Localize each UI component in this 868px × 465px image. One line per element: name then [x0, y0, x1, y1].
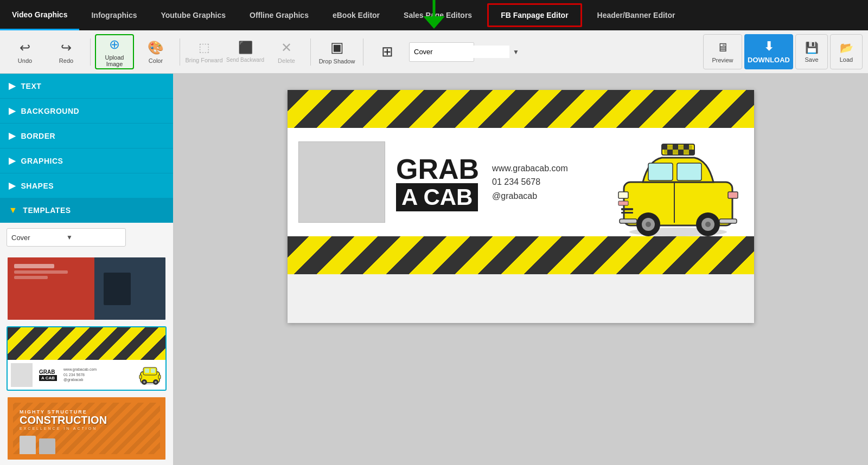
toolbar-separator-1 — [90, 38, 91, 66]
nav-item-ebook-editor[interactable]: eBook Editor — [321, 0, 392, 30]
sidebar-item-shapes[interactable]: ▶ SHAPES — [0, 173, 173, 198]
preview-button[interactable]: 🖥 Preview — [703, 34, 742, 69]
upload-image-button[interactable]: ⊕ Upload Image — [95, 34, 134, 69]
nav-item-offline-graphics[interactable]: Offline Graphics — [238, 0, 321, 30]
load-icon: 📂 — [840, 41, 853, 54]
svg-rect-27 — [618, 201, 628, 205]
a-cab-subtitle: A CAB — [396, 183, 478, 211]
send-backward-button[interactable]: ⬛ Send Backward — [226, 34, 265, 69]
canvas-wrapper: GRAB A CAB www.grabacab.com 01 234 5678 … — [288, 90, 754, 323]
sidebar-arrow-text: ▶ — [9, 81, 16, 91]
layer-button[interactable]: ⊞ — [368, 34, 407, 69]
nav-item-infographics[interactable]: Infographics — [79, 0, 149, 30]
color-icon: 🎨 — [148, 40, 164, 55]
undo-icon: ↩ — [20, 40, 30, 55]
redo-icon: ↪ — [61, 40, 72, 55]
canvas-area: GRAB A CAB www.grabacab.com 01 234 5678 … — [174, 74, 868, 465]
sidebar-item-graphics[interactable]: ▶ GRAPHICS — [0, 148, 173, 173]
contact-info: www.grabacab.com 01 234 5678 @grabacab — [492, 162, 568, 203]
list-item[interactable]: GRAB A CAB www.grabacab.com01 234 5678@g… — [7, 326, 167, 391]
drop-shadow-icon: ▣ — [330, 39, 344, 56]
phone: 01 234 5678 — [492, 175, 568, 189]
cover-input-wrapper: ▼ — [409, 42, 474, 62]
sidebar-arrow-graphics: ▶ — [9, 156, 16, 166]
toolbar-right-group: 🖥 Preview ⬇ DOWNLOAD 💾 Save 📂 Load — [703, 34, 863, 69]
nav-item-fb-fanpage[interactable]: FB Fanpage Editor — [487, 3, 582, 27]
svg-rect-11 — [139, 375, 142, 379]
save-button[interactable]: 💾 Save — [795, 34, 828, 69]
drop-shadow-button[interactable]: ▣ Drop Shadow — [315, 34, 359, 69]
bottom-hazard-stripe — [288, 236, 754, 274]
sidebar-arrow-border: ▶ — [9, 131, 16, 141]
svg-rect-32 — [719, 219, 737, 223]
nav-item-video-graphics[interactable]: Video Graphics — [0, 0, 79, 30]
svg-rect-31 — [620, 219, 637, 223]
delete-icon: ✕ — [281, 40, 292, 55]
undo-button[interactable]: ↩ Undo — [5, 34, 44, 69]
svg-rect-34 — [673, 144, 678, 150]
sidebar: ▶ TEXT ▶ BACKGROUND ▶ BORDER ▶ GRAPHICS … — [0, 74, 174, 465]
send-backward-icon: ⬛ — [238, 41, 253, 55]
svg-rect-33 — [662, 144, 667, 150]
top-hazard-stripe — [288, 90, 754, 128]
handle: @grabacab — [492, 189, 568, 203]
delete-button[interactable]: ✕ Delete — [267, 34, 306, 69]
bring-forward-icon: ⬚ — [199, 41, 210, 55]
svg-rect-18 — [677, 163, 701, 180]
nav-item-header-banner[interactable]: Header/Banner Editor — [585, 0, 687, 30]
toolbar-separator-3 — [310, 38, 311, 66]
taxi-car — [613, 139, 743, 236]
svg-rect-38 — [689, 150, 694, 155]
top-nav: Video Graphics Infographics Youtube Grap… — [0, 0, 868, 30]
nav-item-youtube-graphics[interactable]: Youtube Graphics — [149, 0, 238, 30]
toolbar-separator-2 — [180, 38, 180, 66]
redo-button[interactable]: ↪ Redo — [47, 34, 86, 69]
sidebar-arrow-shapes: ▶ — [9, 180, 16, 191]
sidebar-arrow-templates: ▼ — [9, 205, 17, 215]
svg-rect-36 — [667, 150, 673, 155]
sidebar-arrow-background: ▶ — [9, 106, 16, 116]
svg-rect-5 — [145, 369, 149, 373]
svg-rect-30 — [728, 192, 738, 198]
template-dropdown-section: Cover ▼ — [0, 223, 173, 252]
list-item[interactable]: MIGHTY STRUCTURE CONSTRUCTION EXCELLENCE… — [7, 396, 167, 461]
cover-middle-section: GRAB A CAB www.grabacab.com 01 234 5678 … — [288, 128, 754, 236]
bring-forward-button[interactable]: ⬚ Bring Forward — [184, 34, 224, 69]
toolbar-separator-4 — [363, 38, 363, 66]
load-button[interactable]: 📂 Load — [830, 34, 863, 69]
template-dropdown[interactable]: Cover ▼ — [7, 228, 126, 247]
fb-cover-canvas: GRAB A CAB www.grabacab.com 01 234 5678 … — [288, 90, 754, 323]
website: www.grabacab.com — [492, 162, 568, 176]
svg-point-22 — [646, 222, 651, 227]
save-icon: 💾 — [805, 41, 819, 54]
sidebar-item-text[interactable]: ▶ TEXT — [0, 74, 173, 99]
svg-rect-6 — [151, 369, 155, 373]
svg-rect-26 — [618, 192, 628, 198]
upload-icon: ⊕ — [109, 37, 120, 52]
color-button[interactable]: 🎨 Color — [136, 34, 175, 69]
svg-rect-28 — [621, 208, 633, 210]
svg-point-25 — [705, 222, 711, 227]
preview-icon: 🖥 — [717, 41, 729, 55]
main-area: ▶ TEXT ▶ BACKGROUND ▶ BORDER ▶ GRAPHICS … — [0, 74, 868, 465]
svg-point-10 — [155, 381, 157, 383]
grab-a-cab-branding: GRAB A CAB — [396, 153, 479, 211]
svg-rect-35 — [684, 144, 689, 150]
svg-rect-37 — [678, 150, 684, 155]
svg-point-8 — [143, 381, 145, 383]
sidebar-item-templates[interactable]: ▼ TEMPLATES — [0, 198, 173, 223]
download-icon: ⬇ — [764, 40, 774, 54]
svg-rect-17 — [648, 163, 673, 180]
sidebar-item-background[interactable]: ▶ BACKGROUND — [0, 99, 173, 124]
thumbnail-list: GRAB A CAB www.grabacab.com01 234 5678@g… — [0, 252, 173, 465]
download-button[interactable]: ⬇ DOWNLOAD — [744, 34, 793, 69]
svg-rect-12 — [158, 375, 161, 379]
list-item[interactable] — [7, 256, 167, 321]
cover-input[interactable] — [410, 46, 509, 58]
dropdown-arrow-icon: ▼ — [66, 234, 121, 241]
layer-icon: ⊞ — [381, 43, 393, 60]
nav-item-sales-page[interactable]: Sales Page Editors — [392, 0, 484, 30]
cover-dropdown-arrow[interactable]: ▼ — [509, 46, 522, 58]
svg-rect-29 — [621, 212, 633, 214]
sidebar-item-border[interactable]: ▶ BORDER — [0, 124, 173, 148]
